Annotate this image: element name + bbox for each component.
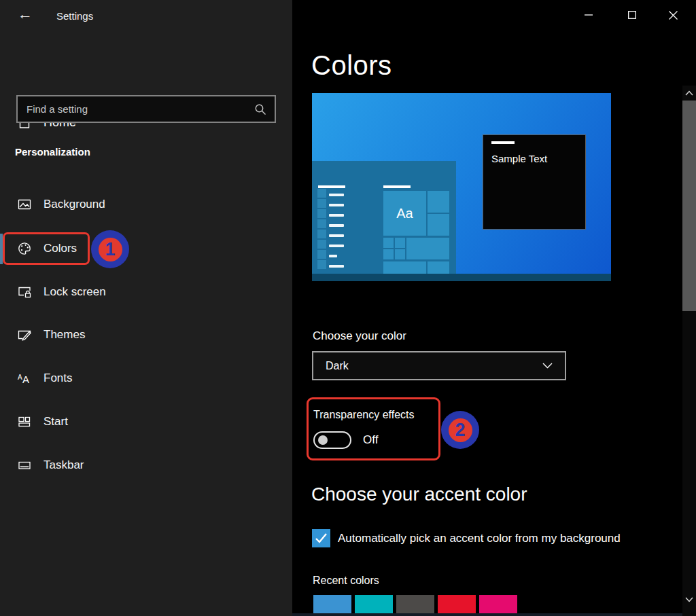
page-title: Colors (311, 50, 392, 81)
sidebar: ← Settings Home Personalization (0, 0, 292, 616)
preview-menu-line (329, 255, 337, 257)
annotation-box-1 (3, 232, 90, 265)
recent-colors-label: Recent colors (313, 575, 379, 587)
auto-accent-checkbox[interactable] (312, 529, 330, 547)
scrollbar-up-icon[interactable] (682, 87, 696, 99)
preview-tile (428, 214, 449, 236)
color-mode-selected-value: Dark (326, 360, 542, 372)
sidebar-item-label: Themes (44, 328, 85, 342)
recent-color-swatches (313, 595, 517, 615)
recent-color-swatch[interactable] (479, 595, 517, 615)
choose-color-label: Choose your color (313, 329, 406, 343)
search-box[interactable] (16, 95, 276, 123)
svg-text:A: A (22, 374, 29, 385)
themes-icon (17, 327, 32, 342)
sidebar-item-label: Lock screen (44, 285, 106, 299)
preview-menu-square (317, 209, 326, 218)
preview-menu-line (329, 234, 344, 237)
chevron-down-icon (542, 363, 553, 369)
sidebar-item-themes[interactable]: Themes (0, 319, 292, 350)
preview-menu-square (317, 189, 326, 198)
fonts-icon: A A (17, 371, 32, 386)
annotation-badge-2: 2 (441, 411, 479, 449)
accent-color-heading: Choose your accent color (311, 484, 527, 505)
auto-accent-checkbox-label: Automatically pick an accent color from … (338, 532, 621, 545)
lock-screen-icon (17, 285, 32, 300)
preview-menu-line (329, 244, 344, 247)
sidebar-item-home[interactable]: Home (0, 56, 292, 80)
preview-tiles-title-bar (383, 185, 411, 188)
search-icon[interactable] (254, 103, 266, 115)
preview-tile (383, 249, 394, 259)
sidebar-item-taskbar[interactable]: Taskbar (0, 450, 292, 481)
recent-color-swatch[interactable] (396, 595, 434, 615)
preview-menu-square (317, 199, 326, 208)
preview-taskbar (312, 274, 611, 281)
sidebar-item-label: Fonts (44, 372, 73, 385)
close-button[interactable] (661, 5, 684, 25)
search-input[interactable] (18, 103, 254, 115)
preview-menu-line (329, 214, 344, 217)
recent-color-swatch[interactable] (355, 595, 393, 615)
preview-tile (428, 191, 449, 213)
color-mode-dropdown[interactable]: Dark (312, 351, 566, 380)
maximize-button[interactable] (621, 5, 644, 25)
preview-menu-square (317, 219, 326, 228)
sidebar-item-background[interactable]: Background (0, 189, 292, 220)
window-bottom-edge (292, 613, 696, 616)
svg-text:A: A (18, 374, 22, 381)
sidebar-item-fonts[interactable]: A A Fonts (0, 363, 292, 394)
preview-tile (395, 249, 405, 259)
recent-color-swatch[interactable] (438, 595, 476, 615)
preview-menu-title-bar (318, 185, 345, 188)
preview-tile (406, 238, 449, 259)
preview-tile (428, 261, 449, 274)
preview-tile (395, 238, 405, 248)
preview-sample-text: Sample Text (491, 153, 547, 164)
scrollbar-thumb[interactable] (682, 101, 696, 311)
sidebar-item-label: Taskbar (44, 458, 84, 472)
preview-menu-line (329, 194, 344, 196)
preview-tile-aa: Aa (383, 191, 426, 236)
minimize-button[interactable] (577, 5, 600, 25)
preview-menu-square (317, 260, 326, 269)
recent-color-swatch[interactable] (313, 595, 351, 615)
preview-tile (383, 261, 426, 274)
section-header: Personalization (15, 146, 90, 158)
preview-menu-square (317, 230, 326, 238)
sidebar-item-label: Start (44, 415, 68, 429)
preview-tile (383, 238, 394, 248)
theme-preview: Aa Sample Text (312, 93, 611, 281)
scrollbar-down-icon[interactable] (682, 594, 696, 606)
sidebar-item-start[interactable]: Start (0, 406, 292, 437)
preview-menu-square (317, 240, 326, 249)
preview-menu-square (317, 250, 326, 259)
preview-sample-title-bar (491, 141, 515, 144)
annotation-badge-1: 1 (91, 230, 129, 268)
sidebar-item-label: Background (44, 198, 105, 211)
sidebar-item-lock-screen[interactable]: Lock screen (0, 276, 292, 308)
preview-sample-window: Sample Text (483, 134, 586, 230)
annotation-box-2 (307, 397, 440, 460)
settings-window: ← Settings Home Personalization (0, 0, 696, 616)
taskbar-icon (17, 458, 32, 473)
background-image-icon (17, 197, 32, 212)
preview-menu-line (329, 224, 344, 227)
preview-menu-line (329, 265, 344, 268)
preview-menu-line (329, 204, 344, 206)
start-tiles-icon (17, 414, 32, 429)
app-title: Settings (56, 10, 93, 22)
back-icon[interactable]: ← (15, 4, 35, 24)
